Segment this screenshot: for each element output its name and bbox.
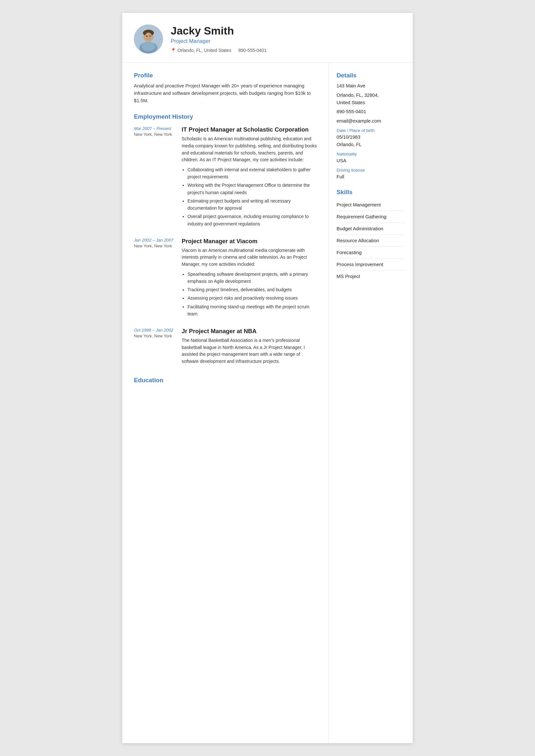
job-content-3: Jr Project Manager at NBA The National B… [182, 328, 317, 367]
job-dates-3: Oct 1998 – Jan 2002 [134, 328, 176, 333]
driving-value: Full [337, 173, 405, 181]
bullet-item: Working with the Project Management Offi… [187, 181, 317, 196]
candidate-title: Project Manager [171, 38, 400, 44]
location-item: 📍 Orlando, FL, United States [171, 48, 231, 53]
bullet-item: Facilitating morning stand-up meetings w… [187, 303, 317, 318]
svg-point-6 [146, 36, 148, 37]
candidate-name: Jacky Smith [171, 25, 400, 37]
resume-page: Jacky Smith Project Manager 📍 Orlando, F… [122, 13, 413, 743]
skill-item-4: Resource Allocation [337, 235, 405, 247]
job-location-2: New York, New York [134, 244, 176, 248]
dob-value: 05/10/1983 Orlando, FL [337, 134, 405, 148]
skill-item-3: Budget Administration [337, 223, 405, 235]
skill-item-6: Process Improvement [337, 259, 405, 271]
details-email: email@example.com [337, 118, 405, 125]
job-meta-1: Mar 2007 – Present New York, New York [134, 126, 176, 229]
nationality-value: USA [337, 157, 405, 165]
details-phone: 890-555-0401 [337, 108, 405, 116]
phone-text: 890-555-0401 [239, 48, 267, 53]
job-meta-3: Oct 1998 – Jan 2002 New York, New York [134, 328, 176, 367]
job-meta-2: Jan 2002 – Jan 2007 New York, New York [134, 238, 176, 319]
education-section: Education [134, 377, 317, 384]
resume-body: Profile Analytical and proactive Project… [122, 63, 413, 743]
employment-section: Employment History Mar 2007 – Present Ne… [134, 113, 317, 367]
job-bullets-2: Spearheading software development projec… [182, 271, 317, 318]
svg-point-5 [141, 42, 155, 51]
job-content-1: IT Project Manager at Scholastic Corpora… [182, 126, 317, 229]
details-section-title: Details [337, 72, 405, 79]
location-pin-icon: 📍 [171, 48, 176, 53]
skill-item-1: Project Management [337, 199, 405, 211]
details-section: Details 143 Main Ave Orlando, FL, 32804,… [337, 72, 405, 180]
resume-header: Jacky Smith Project Manager 📍 Orlando, F… [122, 13, 413, 63]
bullet-item: Overall project governance, including en… [187, 213, 317, 228]
skill-item-2: Requirement Gathering [337, 211, 405, 223]
nationality-label: Nationality [337, 151, 405, 156]
address-line2: Orlando, FL, 32804, United States [337, 92, 405, 106]
address-line1: 143 Main Ave [337, 82, 405, 90]
job-desc-2: Viacom is an American multinational medi… [182, 247, 317, 268]
avatar [134, 24, 163, 54]
job-entry-3: Oct 1998 – Jan 2002 New York, New York J… [134, 328, 317, 367]
skills-section-title: Skills [337, 189, 405, 196]
bullet-item: Tracking project timelines, deliverables… [187, 286, 317, 293]
job-title-3: Jr Project Manager at NBA [182, 328, 317, 335]
job-entry-1: Mar 2007 – Present New York, New York IT… [134, 126, 317, 229]
job-dates-2: Jan 2002 – Jan 2007 [134, 238, 176, 243]
location-text: Orlando, FL, United States [178, 48, 231, 53]
skills-section: Skills Project Management Requirement Ga… [337, 189, 405, 282]
bullet-item: Assessing project risks and proactively … [187, 294, 317, 302]
job-title-1: IT Project Manager at Scholastic Corpora… [182, 126, 317, 133]
side-column: Details 143 Main Ave Orlando, FL, 32804,… [329, 63, 413, 743]
header-location-row: 📍 Orlando, FL, United States 890-555-040… [171, 48, 400, 53]
job-entry-2: Jan 2002 – Jan 2007 New York, New York P… [134, 238, 317, 319]
profile-section: Profile Analytical and proactive Project… [134, 72, 317, 104]
bullet-item: Spearheading software development projec… [187, 271, 317, 285]
job-bullets-1: Collaborating with internal and external… [182, 166, 317, 228]
skill-item-7: MS Project [337, 271, 405, 282]
job-title-2: Project Manager at Viacom [182, 238, 317, 245]
job-desc-3: The National Basketball Association is a… [182, 337, 317, 365]
header-info: Jacky Smith Project Manager 📍 Orlando, F… [171, 25, 400, 53]
education-section-title: Education [134, 377, 317, 384]
job-location-1: New York, New York [134, 132, 176, 137]
bullet-item: Estimating project budgets and writing a… [187, 197, 317, 212]
profile-text: Analytical and proactive Project Manager… [134, 82, 317, 104]
driving-label: Driving license [337, 168, 405, 173]
main-column: Profile Analytical and proactive Project… [122, 63, 329, 743]
svg-point-4 [145, 33, 152, 41]
svg-point-7 [150, 36, 151, 37]
job-location-3: New York, New York [134, 334, 176, 338]
job-content-2: Project Manager at Viacom Viacom is an A… [182, 238, 317, 319]
job-desc-1: Scholastic is an American multinational … [182, 135, 317, 163]
profile-section-title: Profile [134, 72, 317, 79]
employment-section-title: Employment History [134, 113, 317, 120]
job-dates-1: Mar 2007 – Present [134, 126, 176, 131]
skill-item-5: Forecasting [337, 247, 405, 259]
bullet-item: Collaborating with internal and external… [187, 166, 317, 181]
dob-label: Date / Place of birth [337, 128, 405, 133]
